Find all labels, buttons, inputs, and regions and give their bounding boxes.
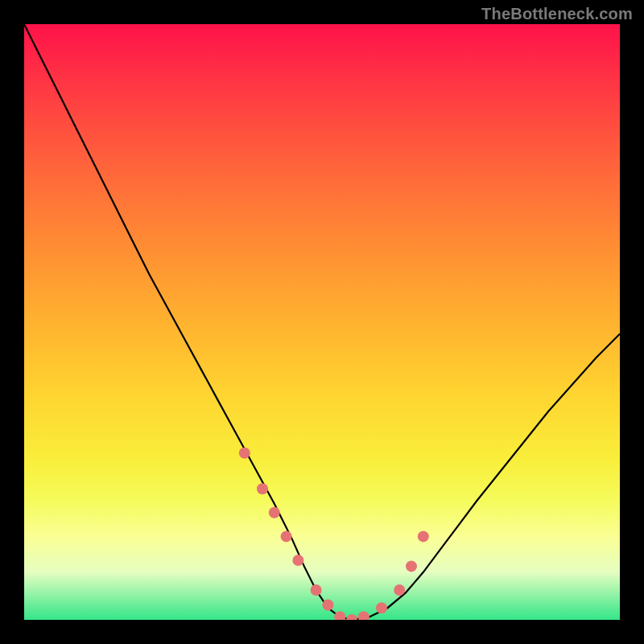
marker-dot-group xyxy=(239,448,429,620)
marker-dot xyxy=(418,530,429,542)
marker-dot xyxy=(311,584,322,596)
marker-dot xyxy=(257,483,268,494)
marker-dot xyxy=(376,602,387,613)
bottleneck-curve-path xyxy=(24,24,620,620)
curve-svg xyxy=(24,24,620,620)
chart-frame: TheBottleneck.com xyxy=(0,0,644,644)
marker-dot xyxy=(269,507,280,518)
marker-dot xyxy=(346,614,357,620)
marker-dot xyxy=(292,555,303,566)
marker-dot xyxy=(394,584,405,596)
marker-dot xyxy=(334,611,345,620)
marker-dot xyxy=(281,530,292,542)
watermark-text: TheBottleneck.com xyxy=(481,5,633,23)
marker-dot xyxy=(322,600,333,611)
marker-dot xyxy=(406,560,417,572)
marker-dot xyxy=(239,448,250,459)
plot-area xyxy=(24,24,620,620)
marker-dot xyxy=(358,611,369,620)
